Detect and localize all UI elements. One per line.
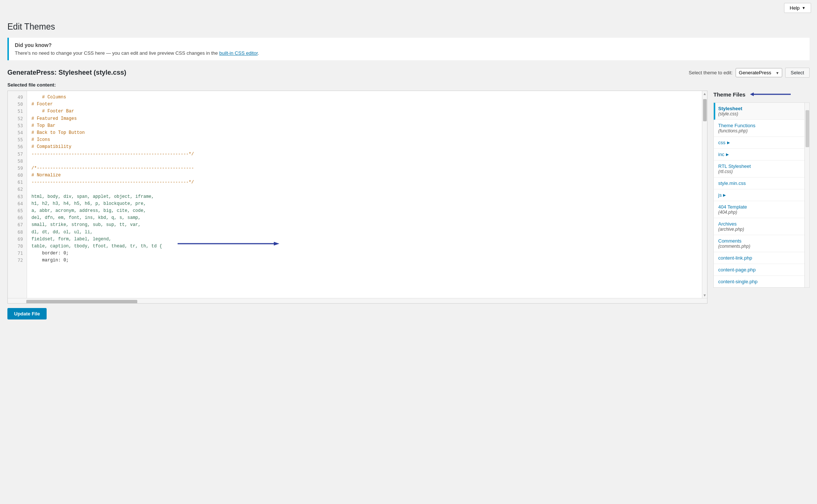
file-meta: (style.css) (718, 111, 805, 116)
line-number: 67 (8, 221, 27, 229)
theme-file-folder-3[interactable]: inc ▶ (714, 149, 809, 160)
theme-files-scroll-area: Stylesheet (style.css) Theme Functions (… (713, 102, 810, 288)
code-line: /*--------------------------------------… (31, 166, 194, 171)
theme-file-item-10[interactable]: content-link.php (714, 252, 809, 264)
code-line: # Top Bar (31, 123, 56, 128)
code-editor-wrapper[interactable]: 4950515253545556575859606162636465666768… (7, 91, 707, 304)
theme-files-list[interactable]: Stylesheet (style.css) Theme Functions (… (713, 102, 810, 288)
chevron-down-icon: ▼ (802, 6, 806, 10)
line-number: 63 (8, 193, 27, 200)
line-number: 64 (8, 200, 27, 207)
line-number: 60 (8, 172, 27, 179)
folder-arrow-icon: ▶ (723, 193, 726, 197)
code-line: a, abbr, acronym, address, big, cite, co… (31, 208, 146, 213)
bottom-scroll-thumb[interactable] (26, 300, 137, 304)
file-link-name[interactable]: Theme Functions (718, 123, 805, 128)
select-theme-button[interactable]: Select (785, 68, 810, 78)
theme-selector: Select theme to edit: GeneratePress Sele… (689, 68, 810, 78)
bottom-scrollbar[interactable] (8, 298, 707, 303)
code-content[interactable]: # Columns # Footer # Footer Bar # Featur… (27, 91, 702, 298)
files-scroll-thumb[interactable] (806, 110, 809, 147)
file-meta: (rtl.css) (718, 169, 805, 174)
line-number: 66 (8, 214, 27, 221)
file-link-name[interactable]: content-link.php (718, 255, 805, 261)
file-link-name[interactable]: Stylesheet (718, 106, 805, 111)
line-number: 54 (8, 129, 27, 136)
line-number: 52 (8, 115, 27, 122)
folder-arrow-icon: ▶ (727, 141, 730, 145)
line-number: 50 (8, 101, 27, 108)
code-editor[interactable]: 4950515253545556575859606162636465666768… (8, 91, 707, 298)
code-line: ----------------------------------------… (31, 180, 194, 185)
code-line: # Footer (31, 102, 53, 107)
folder-name: js ▶ (718, 192, 805, 198)
file-meta: (functions.php) (718, 128, 805, 133)
theme-file-folder-6[interactable]: js ▶ (714, 189, 809, 201)
code-line: dl, dt, dd, ol, ul, li, (31, 230, 93, 235)
file-link-name[interactable]: Comments (718, 238, 805, 244)
help-button[interactable]: Help ▼ (784, 3, 811, 13)
scroll-up-icon[interactable]: ▲ (702, 91, 707, 97)
help-label: Help (790, 5, 800, 11)
theme-select-dropdown[interactable]: GeneratePress (736, 68, 782, 77)
svg-marker-3 (750, 92, 754, 96)
info-text: There's no need to change your CSS here … (15, 50, 804, 56)
page-title: Edit Themes (7, 22, 810, 32)
theme-file-item-0[interactable]: Stylesheet (style.css) (714, 103, 809, 120)
line-number: 68 (8, 229, 27, 236)
folder-arrow-icon: ▶ (726, 152, 729, 156)
theme-file-item-5[interactable]: style.min.css (714, 177, 809, 189)
info-box: Did you know? There's no need to change … (7, 38, 810, 60)
file-link-name[interactable]: 404 Template (718, 204, 805, 210)
line-number: 62 (8, 186, 27, 193)
theme-files-header: Theme Files (713, 91, 810, 98)
line-number: 69 (8, 236, 27, 243)
file-link-name[interactable]: content-page.php (718, 267, 805, 273)
editor-scrollbar[interactable]: ▲ ▼ (702, 91, 707, 298)
update-file-button[interactable]: Update File (7, 308, 47, 319)
css-editor-link[interactable]: built-in CSS editor (219, 50, 258, 56)
file-meta: (archive.php) (718, 227, 805, 232)
line-number: 70 (8, 243, 27, 250)
code-line: table, caption, tbody, tfoot, thead, tr,… (31, 244, 162, 249)
scroll-down-icon[interactable]: ▼ (702, 292, 707, 298)
file-link-name[interactable]: content-single.php (718, 279, 805, 284)
code-line: del, dfn, em, font, ins, kbd, q, s, samp… (31, 215, 141, 220)
editor-area: 4950515253545556575859606162636465666768… (7, 91, 810, 319)
code-line: # Normalize (31, 173, 61, 178)
line-number: 55 (8, 136, 27, 143)
line-number: 58 (8, 158, 27, 165)
code-line: # Footer Bar (31, 109, 74, 114)
theme-file-item-1[interactable]: Theme Functions (functions.php) (714, 120, 809, 137)
theme-file-item-4[interactable]: RTL Stylesheet (rtl.css) (714, 160, 809, 177)
code-line: # Icons (31, 137, 50, 142)
theme-files-title: Theme Files (713, 91, 746, 98)
file-link-name[interactable]: Archives (718, 221, 805, 227)
code-line: # Compatibility (31, 144, 71, 149)
theme-file-item-12[interactable]: content-single.php (714, 276, 809, 287)
file-link-name[interactable]: RTL Stylesheet (718, 163, 805, 169)
file-meta: (404.php) (718, 210, 805, 215)
scrollbar-thumb[interactable] (703, 99, 707, 121)
theme-file-item-11[interactable]: content-page.php (714, 264, 809, 276)
theme-select-wrapper[interactable]: GeneratePress (736, 68, 782, 77)
theme-file-item-8[interactable]: Archives (archive.php) (714, 218, 809, 235)
folder-name: css ▶ (718, 140, 805, 145)
theme-files-arrow (750, 91, 794, 98)
line-number: 56 (8, 143, 27, 150)
line-number: 72 (8, 257, 27, 264)
theme-file-item-9[interactable]: Comments (comments.php) (714, 235, 809, 252)
line-number: 53 (8, 122, 27, 129)
theme-file-item-7[interactable]: 404 Template (404.php) (714, 201, 809, 218)
line-number: 49 (8, 94, 27, 101)
select-theme-label: Select theme to edit: (689, 70, 733, 75)
file-link-name[interactable]: style.min.css (718, 180, 805, 186)
code-line: fieldset, form, label, legend, (31, 237, 111, 242)
theme-file-folder-2[interactable]: css ▶ (714, 137, 809, 149)
line-number: 51 (8, 108, 27, 115)
line-number: 65 (8, 207, 27, 214)
code-line: html, body, div, span, applet, object, i… (31, 194, 154, 199)
line-number: 71 (8, 250, 27, 257)
info-title: Did you know? (15, 42, 804, 48)
files-scrollbar[interactable] (804, 102, 810, 288)
